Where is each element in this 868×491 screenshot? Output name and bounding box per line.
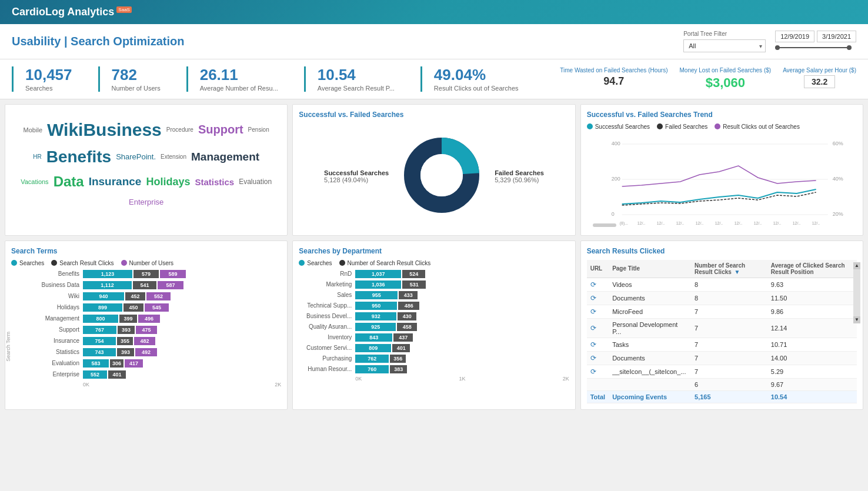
filters-area: Portal Tree Filter All ▾ 12/9/2019 3/19/… bbox=[683, 31, 856, 52]
link-icon: ⟳ bbox=[590, 294, 596, 302]
app-header: CardioLog AnalyticsSaaS bbox=[0, 0, 868, 24]
result-avg-position: 11.50 bbox=[767, 291, 857, 305]
legend-successful: Successful Searches bbox=[587, 123, 650, 130]
st-label-result-clicks: Search Result Clicks bbox=[59, 260, 113, 266]
kpi-time-wasted-label: Time Wasted on Failed Searches (Hours) bbox=[560, 66, 667, 74]
portal-filter-wrapper[interactable]: All ▾ bbox=[683, 39, 766, 52]
word-pension: Pension bbox=[246, 125, 272, 134]
trend-chart-area: 400 200 0 60% 40% 20% (8)... 12/.. bbox=[587, 133, 857, 229]
word-cloud-panel: Mobile WikiBusiness Procedure Support Pe… bbox=[5, 104, 288, 236]
svg-point-2 bbox=[420, 154, 463, 196]
result-page-title: Tasks bbox=[609, 338, 691, 351]
dept-label-clicks: Number of Search Result Clicks bbox=[348, 260, 431, 266]
table-row: Wiki 940 452 552 bbox=[32, 292, 281, 300]
word-enterprise: Enterprise bbox=[126, 196, 166, 208]
table-row: Management 800 399 496 bbox=[32, 315, 281, 323]
filter-group: Portal Tree Filter All ▾ bbox=[683, 31, 766, 52]
table-row: Enterprise 552 401 bbox=[32, 370, 281, 379]
word-extension: Extension bbox=[158, 152, 189, 161]
table-row: Support 767 393 475 bbox=[32, 326, 281, 334]
sort-icon[interactable]: ▼ bbox=[735, 269, 740, 275]
kpi-salary-value: 32.2 bbox=[804, 75, 835, 88]
date-filter-group: 12/9/2019 3/19/2021 bbox=[775, 31, 856, 48]
kpi-searches: 10,457 Searches bbox=[12, 66, 84, 92]
kpi-avg-position-value: 10.54 bbox=[318, 66, 395, 83]
result-page-title: __siteIcon__(_siteIcon_... bbox=[609, 365, 691, 378]
search-terms-legend: Searches Search Result Clicks Number of … bbox=[11, 260, 281, 266]
svg-text:12/..: 12/.. bbox=[753, 221, 762, 225]
word-hr: HR bbox=[31, 152, 44, 161]
svg-text:12/..: 12/.. bbox=[637, 221, 645, 225]
result-avg-position: 12.14 bbox=[767, 318, 857, 338]
result-avg-position: 9.67 bbox=[767, 378, 857, 390]
table-total-row: Total Upcoming Events 5,165 10.54 bbox=[587, 390, 857, 403]
logo-text: CardioLog Analytics bbox=[12, 6, 114, 18]
word-support: Support bbox=[196, 122, 246, 138]
result-url-icon: ⟳ bbox=[587, 365, 609, 378]
svg-text:200: 200 bbox=[611, 176, 620, 182]
kpi-users-value: 782 bbox=[112, 66, 161, 83]
search-terms-bars: Benefits 1,123 579 589 Business Data 1,1… bbox=[32, 270, 281, 388]
table-row: ⟳ Personal Development P... 7 12.14 bbox=[587, 318, 857, 338]
kpi-result-clicks: 49.04% Result Clicks out of Searches bbox=[420, 66, 530, 92]
donut-container: Successful Searches 5,128 (49.04%) Faile… bbox=[299, 123, 569, 229]
result-url-icon: ⟳ bbox=[587, 318, 609, 338]
result-num-clicks: 8 bbox=[691, 291, 767, 305]
result-page-title: Documents bbox=[609, 351, 691, 365]
st-legend-result-clicks: Search Result Clicks bbox=[51, 260, 113, 266]
col-url: URL bbox=[587, 260, 609, 278]
kpi-time-wasted-value: 94.7 bbox=[603, 75, 624, 88]
slider-handle-left[interactable] bbox=[775, 45, 780, 50]
dept-legend-searches: Searches bbox=[299, 260, 332, 266]
table-row: Quality Asuran... 925 458 bbox=[299, 323, 569, 331]
kpi-result-clicks-value: 49.04% bbox=[434, 66, 519, 83]
st-dot-searches bbox=[11, 260, 17, 266]
table-row: Inventory 843 437 bbox=[299, 333, 569, 342]
date-end[interactable]: 3/19/2021 bbox=[817, 31, 856, 42]
results-table-body: ⟳ Videos 8 9.63 ⟳ Documents 8 11.50 ⟳ Mi… bbox=[587, 278, 857, 403]
table-row: 6 9.67 bbox=[587, 378, 857, 390]
result-page-title bbox=[609, 378, 691, 390]
date-start[interactable]: 12/9/2019 bbox=[775, 31, 814, 42]
date-range-slider[interactable] bbox=[775, 47, 852, 48]
kpi-salary: Average Salary per Hour ($) 32.2 bbox=[783, 66, 856, 91]
result-num-clicks: 7 bbox=[691, 351, 767, 365]
scroll-down-button[interactable]: ▼ bbox=[853, 316, 860, 323]
donut-failed-label: Failed Searches bbox=[495, 169, 544, 176]
link-icon: ⟳ bbox=[590, 324, 596, 332]
results-table-panel: Search Results Clicked URL Page Title Nu… bbox=[580, 241, 863, 410]
svg-text:12/..: 12/.. bbox=[715, 221, 723, 225]
kpi-salary-label: Average Salary per Hour ($) bbox=[783, 66, 856, 74]
portal-filter-select[interactable]: All bbox=[683, 39, 766, 52]
slider-handle-right[interactable] bbox=[847, 45, 852, 50]
word-cloud: Mobile WikiBusiness Procedure Support Pe… bbox=[11, 111, 281, 216]
total-label: Total bbox=[587, 390, 609, 403]
table-row: ⟳ Documents 8 11.50 bbox=[587, 291, 857, 305]
kpi-row: 10,457 Searches 782 Number of Users 26.1… bbox=[0, 59, 868, 99]
st-dot-result-clicks bbox=[51, 260, 57, 266]
svg-text:0: 0 bbox=[611, 211, 614, 217]
link-icon: ⟳ bbox=[590, 354, 596, 362]
scroll-up-button[interactable]: ▲ bbox=[853, 262, 860, 269]
result-page-title: Documents bbox=[609, 291, 691, 305]
col-avg-position: Average of Clicked Search Result Positio… bbox=[767, 260, 857, 278]
title-bar: Usability | Search Optimization Portal T… bbox=[0, 24, 868, 59]
total-avg-position: 10.54 bbox=[767, 390, 857, 403]
donut-legend-successful: Successful Searches 5,128 (49.04%) bbox=[324, 169, 389, 183]
table-row: ⟳ Documents 7 14.00 bbox=[587, 351, 857, 365]
result-num-clicks: 7 bbox=[691, 318, 767, 338]
bottom-panels: Search Terms Searches Search Result Clic… bbox=[0, 241, 868, 415]
top-panels: Mobile WikiBusiness Procedure Support Pe… bbox=[0, 99, 868, 241]
dept-label-searches: Searches bbox=[307, 260, 332, 266]
scroll-bar[interactable] bbox=[593, 223, 616, 227]
legend-dot-failed bbox=[657, 123, 663, 129]
word-wikibusiness: WikiBusiness bbox=[45, 119, 164, 141]
dept-legend-clicks: Number of Search Result Clicks bbox=[339, 260, 431, 266]
scroll-track bbox=[853, 269, 860, 316]
svg-text:12/..: 12/.. bbox=[695, 221, 703, 225]
table-row: RnD 1,037 524 bbox=[299, 270, 569, 278]
donut-legend-failed: Failed Searches 5,329 (50.96%) bbox=[495, 169, 544, 183]
table-scrollbar: ▲ ▼ bbox=[853, 262, 860, 323]
word-data: Data bbox=[51, 172, 86, 191]
col-num-clicks: Number of Search Result Clicks ▼ bbox=[691, 260, 767, 278]
